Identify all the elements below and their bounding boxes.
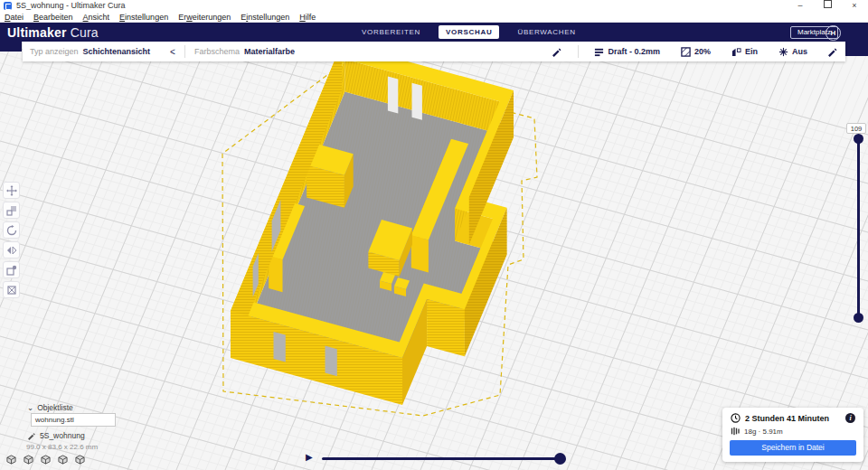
clock-icon: [731, 413, 741, 423]
camera-view-buttons: [6, 452, 85, 468]
viewport-3d[interactable]: [0, 42, 868, 470]
menu-item-hilfe-6[interactable]: Hilfe: [299, 13, 316, 22]
layer-slider-handle-bottom[interactable]: [854, 313, 863, 323]
edit-view-pencil-icon[interactable]: [552, 47, 562, 57]
layer-number-badge: 109: [846, 123, 866, 134]
print-time: 2 Stunden 41 Minuten: [745, 414, 829, 423]
view-right-button[interactable]: [75, 452, 85, 468]
menu-item-bearbeiten-1[interactable]: Bearbeiten: [33, 13, 73, 22]
tool-per-model-settings-button[interactable]: [3, 261, 20, 278]
edit-print-settings-pencil-icon[interactable]: [828, 47, 838, 57]
adhesion-setting[interactable]: Aus: [778, 47, 807, 57]
view-front-button[interactable]: [24, 452, 33, 468]
header-edge-left: [0, 42, 22, 52]
view-left-button[interactable]: [58, 452, 68, 468]
support-icon: [731, 47, 741, 57]
view-top-button[interactable]: [41, 452, 51, 468]
adhesion-icon: [778, 47, 788, 57]
maximize-button[interactable]: [814, 0, 841, 12]
main-header: Ultimaker Cura VORBEREITEN VORSCHAU ÜBER…: [0, 23, 868, 42]
tool-rotate-button[interactable]: [3, 221, 20, 239]
window-title: 5S_wohnung - Ultimaker Cura: [16, 0, 126, 12]
layer-slider-handle-top[interactable]: [854, 134, 863, 144]
chevron-down-icon: ⌄: [27, 403, 33, 412]
menu-item-ansicht-2[interactable]: Ansicht: [83, 13, 110, 22]
header-edge-right: [845, 42, 868, 56]
view-type-label: Typ anzeigen: [30, 47, 79, 56]
tool-scale-button[interactable]: [3, 202, 20, 219]
menu-item-erweiterungen-4[interactable]: Erweiterungen: [178, 13, 231, 22]
title-bar: 5S_wohnung - Ultimaker Cura – ×: [0, 0, 868, 12]
close-button[interactable]: ×: [841, 0, 868, 12]
account-avatar[interactable]: H: [826, 25, 841, 41]
profile-setting[interactable]: Draft - 0.2mm: [594, 47, 660, 57]
objectlist-title: Objektliste: [37, 403, 73, 412]
material-usage: 18g · 5.91m: [744, 428, 783, 436]
menu-item-einstellungen-5[interactable]: Einstellungen: [241, 13, 289, 22]
tool-move-button[interactable]: [3, 182, 20, 199]
view-3d-button[interactable]: [6, 452, 16, 468]
menu-bar: DateiBearbeitenAnsichtEinstellungenErwei…: [0, 12, 868, 23]
menu-item-einstellungen-3[interactable]: Einstellungen: [119, 13, 168, 22]
layer-slider-track[interactable]: [857, 137, 860, 320]
maximize-icon: [824, 0, 832, 8]
stage-menu-bar: Typ anzeigen Schichtenansicht < Farbsche…: [23, 42, 845, 61]
menu-item-datei-0[interactable]: Datei: [5, 13, 24, 22]
model-wohnung[interactable]: [222, 43, 537, 416]
view-type-value[interactable]: Schichtenansicht: [83, 47, 151, 56]
material-spool-icon: [731, 427, 740, 436]
collapse-chevron-icon[interactable]: <: [170, 47, 175, 57]
support-setting[interactable]: Ein: [731, 47, 758, 57]
infill-icon: [681, 47, 691, 57]
project-name-row[interactable]: 5S_wohnung: [28, 431, 85, 440]
pencil-icon: [28, 432, 36, 440]
info-icon[interactable]: i: [845, 413, 855, 423]
model-dimensions: 99.0 x 83.6 x 22.6 mm: [26, 443, 98, 451]
minimize-button[interactable]: –: [787, 0, 814, 12]
tab-vorbereiten[interactable]: VORBEREITEN: [354, 25, 428, 39]
objectlist-file-item[interactable]: wohnung.stl: [31, 413, 116, 427]
ultimaker-cura-logo: Ultimaker Cura: [7, 25, 99, 40]
tool-column: [3, 182, 21, 298]
path-scrubber-handle[interactable]: [554, 453, 566, 465]
cura-app-icon: [4, 2, 12, 10]
save-to-file-button[interactable]: Speichern in Datei: [730, 440, 856, 456]
tool-mirror-button[interactable]: [3, 241, 20, 258]
path-scrubber-track[interactable]: [322, 457, 564, 460]
tab-vorschau[interactable]: VORSCHAU: [439, 25, 499, 39]
tab-ueberwachen[interactable]: ÜBERWACHEN: [510, 25, 582, 39]
stage-tabs: VORBEREITEN VORSCHAU ÜBERWACHEN: [354, 23, 583, 42]
objectlist-header[interactable]: ⌄ Objektliste: [27, 403, 73, 412]
color-scheme-value[interactable]: Materialfarbe: [244, 47, 295, 56]
print-summary-card: 2 Stunden 41 Minuten i 18g · 5.91m Speic…: [722, 408, 863, 462]
layer-height-icon: [594, 47, 604, 57]
tool-support-blocker-button[interactable]: [3, 281, 20, 298]
play-icon[interactable]: ▶: [306, 452, 313, 463]
color-scheme-label: Farbschema: [194, 47, 240, 56]
infill-setting[interactable]: 20%: [681, 47, 711, 57]
project-name: 5S_wohnung: [40, 431, 85, 440]
